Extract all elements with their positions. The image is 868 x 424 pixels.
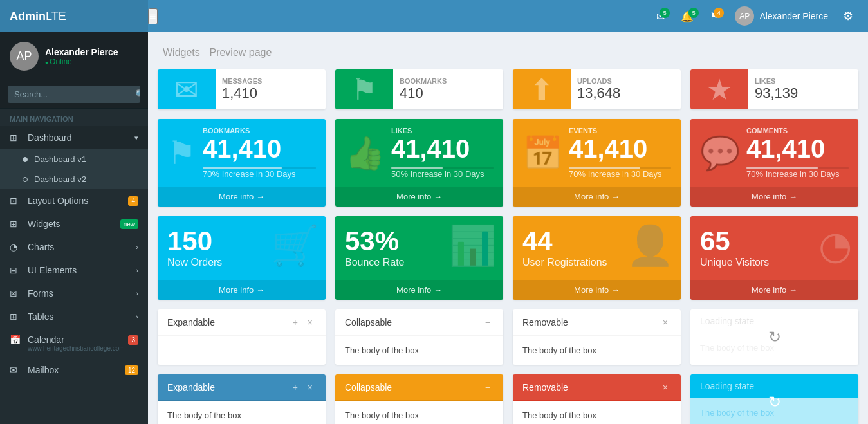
ib-label: EVENTS xyxy=(569,127,671,134)
layout-badge: 4 xyxy=(128,196,138,206)
expand-button[interactable]: + xyxy=(290,316,301,329)
box-expandable-1: Expandable + × xyxy=(158,309,326,365)
page-header: Widgets Preview page xyxy=(158,42,858,60)
sidebar-item-label: Widgets xyxy=(28,219,120,229)
gear-icon[interactable]: ⚙ xyxy=(838,4,858,28)
sidebar-item-forms[interactable]: ⊠ Forms › xyxy=(0,282,148,305)
box-body: The body of the box xyxy=(335,336,503,365)
collapse-button[interactable]: − xyxy=(482,316,494,329)
info-box-content-likes: LIKES 41,410 50% Increase in 30 Days xyxy=(391,127,494,179)
stat-label: BOOKMARKS xyxy=(400,77,497,85)
remove-button[interactable]: × xyxy=(304,381,316,394)
ib-sub: 70% Increase in 30 Days xyxy=(203,169,316,179)
flags-button[interactable]: ⚑ 4 xyxy=(703,5,725,28)
calendar-icon: 📅 xyxy=(522,134,562,172)
stat-box-icon-messages: ✉ xyxy=(158,69,216,109)
box-header-collapsable-2: Collapsable − xyxy=(335,374,503,401)
user-menu[interactable]: AP Alexander Pierce xyxy=(728,6,835,26)
remove-button[interactable]: × xyxy=(660,381,671,394)
ui-icon: ⊟ xyxy=(10,265,23,275)
sidebar-item-layout-options[interactable]: ⊡ Layout Options 4 xyxy=(0,189,148,212)
stat-box-likes: ★ LIKES 93,139 xyxy=(690,69,858,109)
ib-sub: 50% Increase in 30 Days xyxy=(391,169,494,179)
stat-box-info-likes: LIKES 93,139 xyxy=(748,69,858,109)
big-box-user-registrations: 44 User Registrations 👤 More info → xyxy=(513,216,681,300)
big-box-footer-visitors[interactable]: More info → xyxy=(690,280,858,300)
sidebar: AP Alexander Pierce Online 🔍 MAIN NAVIGA… xyxy=(0,32,148,424)
sidebar-item-widgets[interactable]: ⊞ Widgets new xyxy=(0,212,148,235)
big-box-footer-registrations[interactable]: More info → xyxy=(513,280,681,300)
stat-box-icon-uploads: ⬆ xyxy=(513,69,571,109)
widgets-icon: ⊞ xyxy=(10,219,23,229)
box-title: Collapsable xyxy=(345,382,392,392)
big-box-content-bounce: 53% Bounce Rate xyxy=(335,216,503,278)
search-input[interactable] xyxy=(8,86,129,103)
info-box-header-bookmarks: ⚑ BOOKMARKS 41,410 70% Increase in 30 Da… xyxy=(158,119,326,187)
charts-icon: ◔ xyxy=(10,242,23,252)
main-content: Widgets Preview page ✉ MESSAGES 1,410 ⚑ … xyxy=(148,32,868,424)
info-box-footer-events[interactable]: More info → xyxy=(513,187,681,207)
collapse-button[interactable]: − xyxy=(482,381,494,394)
messages-button[interactable]: ✉ 5 xyxy=(650,5,671,28)
box-body: The body of the box xyxy=(513,336,681,365)
stat-box-info-bookmarks: BOOKMARKS 410 xyxy=(393,69,503,109)
box-expandable-2: Expandable + × The body of the box xyxy=(158,374,326,424)
sidebar-item-charts[interactable]: ◔ Charts › xyxy=(0,235,148,259)
sidebar-item-dashboard[interactable]: ⊞ Dashboard ▾ xyxy=(0,126,148,149)
box-tools: + × xyxy=(290,316,316,329)
dashboard-submenu: Dashboard v1 Dashboard v2 xyxy=(0,149,148,189)
stat-box-icon-bookmarks: ⚑ xyxy=(335,69,393,109)
logo-text-bold: Admin xyxy=(10,10,46,23)
big-number: 65 xyxy=(700,226,849,257)
box-title: Removable xyxy=(522,317,568,327)
sidebar-item-tables[interactable]: ⊞ Tables › xyxy=(0,305,148,328)
online-status: Online xyxy=(45,57,118,66)
remove-button[interactable]: × xyxy=(660,316,671,329)
stat-box-icon-likes: ★ xyxy=(690,69,748,109)
stat-box-info-uploads: UPLOADS 13,648 xyxy=(571,69,681,109)
app-logo[interactable]: AdminLTE xyxy=(0,0,148,32)
search-button[interactable]: 🔍 xyxy=(129,86,140,103)
box-title: Expandable xyxy=(167,382,215,392)
box-title: Expandable xyxy=(167,317,215,327)
avatar: AP xyxy=(10,42,39,71)
sidebar-item-mailbox[interactable]: ✉ Mailbox 12 xyxy=(0,358,148,382)
box-header-removable-2: Removable × xyxy=(513,374,681,401)
user-name: Alexander Pierce xyxy=(759,11,828,21)
sidebar-item-calendar[interactable]: 📅 Calendar 3 www.heritagechristiancolleg… xyxy=(0,328,148,358)
sidebar-item-dashboard-v1[interactable]: Dashboard v1 xyxy=(0,149,148,169)
big-box-new-orders: 150 New Orders 🛒 More info → xyxy=(158,216,326,300)
big-label: Bounce Rate xyxy=(345,257,494,268)
search-box: 🔍 xyxy=(8,86,140,103)
dot-icon xyxy=(23,177,28,182)
stat-box-uploads: ⬆ UPLOADS 13,648 xyxy=(513,69,681,109)
expand-button[interactable]: + xyxy=(290,381,301,394)
sidebar-item-label: Calendar xyxy=(28,335,128,345)
sidebar-item-label: Mailbox xyxy=(28,365,125,375)
sidebar-item-label: Dashboard xyxy=(28,133,134,143)
nav-section-label: MAIN NAVIGATION xyxy=(0,109,148,126)
box-tools: + × xyxy=(290,381,316,394)
box-loading-1: Loading state The body of the box ↻ xyxy=(690,309,858,365)
notifications-button[interactable]: 🔔 5 xyxy=(674,5,700,28)
info-box-header-events: 📅 EVENTS 41,410 70% Increase in 30 Days xyxy=(513,119,681,187)
box-body: The body of the box xyxy=(513,401,681,424)
sidebar-toggle-button[interactable]: ≡ xyxy=(148,8,158,24)
sidebar-item-ui-elements[interactable]: ⊟ UI Elements › xyxy=(0,259,148,282)
big-box-footer-bounce[interactable]: More info → xyxy=(335,280,503,300)
ib-label: BOOKMARKS xyxy=(203,127,316,134)
info-box-footer-likes[interactable]: More info → xyxy=(335,187,503,207)
stat-label: UPLOADS xyxy=(577,77,674,85)
sidebar-item-dashboard-v2[interactable]: Dashboard v2 xyxy=(0,169,148,189)
info-box-footer-comments[interactable]: More info → xyxy=(690,187,858,207)
box-tools: − xyxy=(482,316,494,329)
box-body: The body of the box xyxy=(158,401,326,424)
big-box-footer-orders[interactable]: More info → xyxy=(158,280,326,300)
remove-button[interactable]: × xyxy=(304,316,316,329)
ib-value: 41,410 xyxy=(746,134,849,163)
big-box-content-registrations: 44 User Registrations xyxy=(513,216,681,278)
box-header-expandable-2: Expandable + × xyxy=(158,374,326,401)
big-label: New Orders xyxy=(167,257,316,268)
info-box-footer-bookmarks[interactable]: More info → xyxy=(158,187,326,207)
box-removable-1: Removable × The body of the box xyxy=(513,309,681,365)
